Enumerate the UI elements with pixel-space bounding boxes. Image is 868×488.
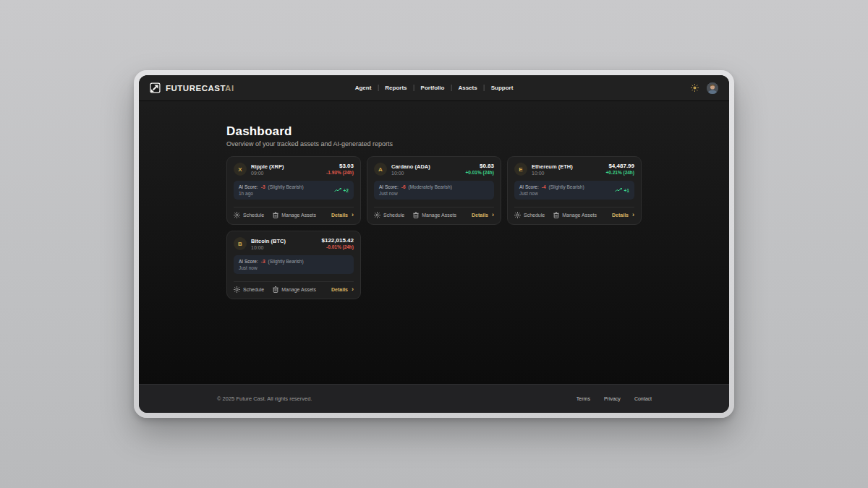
asset-card-ethereum: E Ethereum (ETH) 10:00 $4,487.99 +0.21% … — [507, 156, 642, 225]
nav-item-agent[interactable]: Agent — [355, 85, 372, 91]
ai-score-value: -3 — [261, 259, 265, 264]
manage-assets-button[interactable]: Manage Assets — [413, 212, 456, 218]
gear-icon — [234, 286, 240, 293]
chevron-right-icon: › — [492, 213, 494, 218]
ai-score-sentiment: (Slightly Bearish) — [268, 259, 304, 264]
page-footer: © 2025 Future Cast. All rights reserved.… — [139, 384, 729, 413]
footer-link-privacy[interactable]: Privacy — [604, 396, 621, 401]
asset-name: Ripple (XRP) — [251, 163, 284, 170]
asset-time: 10:00 — [391, 171, 430, 176]
asset-name: Cardano (ADA) — [391, 163, 430, 170]
asset-letter-avatar: A — [374, 163, 387, 176]
footer-links: Terms Privacy Contact — [576, 396, 652, 401]
chevron-right-icon: › — [352, 287, 354, 292]
ai-score-box: AI Score: -3 (Slightly Bearish) 1h ago +… — [234, 181, 354, 200]
ai-score-updated: Just now — [379, 191, 452, 196]
gear-icon — [374, 212, 380, 218]
user-avatar[interactable] — [707, 82, 718, 94]
asset-letter-avatar: X — [234, 163, 247, 176]
asset-card-bitcoin: B Bitcoin (BTC) 10:00 $122,015.42 -0.01%… — [226, 231, 361, 299]
trend-up-icon — [615, 188, 622, 192]
trash-icon — [553, 212, 559, 218]
app-screen: FUTURECASTAI Agent Reports Portfolio Ass… — [139, 75, 729, 413]
trend-up-badge: +1 — [615, 188, 629, 193]
asset-name: Ethereum (ETH) — [532, 163, 573, 170]
gear-icon — [234, 212, 240, 218]
details-button[interactable]: Details› — [331, 213, 354, 218]
ai-score-box: AI Score: -3 (Slightly Bearish) Just now — [234, 255, 354, 274]
asset-price: $0.83 — [480, 163, 494, 169]
chevron-right-icon: › — [632, 213, 634, 218]
ai-score-label: AI Score: — [379, 184, 399, 189]
ai-score-sentiment: (Moderately Bearish) — [409, 184, 452, 189]
trash-icon — [273, 286, 278, 293]
nav-item-assets[interactable]: Assets — [444, 85, 477, 91]
schedule-button[interactable]: Schedule — [234, 286, 264, 293]
ai-score-value: -6 — [401, 184, 406, 189]
ai-score-label: AI Score: — [519, 184, 539, 189]
nav-item-reports[interactable]: Reports — [371, 85, 407, 91]
top-navbar: FUTURECASTAI Agent Reports Portfolio Ass… — [139, 75, 729, 101]
ai-score-label: AI Score: — [239, 184, 258, 189]
ai-score-updated: 1h ago — [239, 191, 304, 196]
details-button[interactable]: Details› — [612, 213, 634, 218]
asset-price: $3.03 — [339, 163, 354, 169]
chevron-right-icon: › — [352, 213, 354, 218]
schedule-button[interactable]: Schedule — [514, 212, 545, 218]
ai-score-sentiment: (Slightly Bearish) — [268, 184, 304, 189]
copyright-text: © 2025 Future Cast. All rights reserved. — [217, 395, 312, 402]
schedule-button[interactable]: Schedule — [234, 212, 264, 218]
schedule-button[interactable]: Schedule — [374, 212, 404, 218]
ai-score-label: AI Score: — [239, 259, 258, 264]
asset-card-cardano: A Cardano (ADA) 10:00 $0.83 +0.01% (24h) — [367, 156, 501, 225]
footer-link-terms[interactable]: Terms — [576, 396, 590, 401]
ai-score-box: AI Score: -6 (Moderately Bearish) Just n… — [374, 181, 494, 200]
dashboard-content: Dashboard Overview of your tracked asset… — [139, 101, 729, 384]
brand: FUTURECASTAI — [150, 82, 234, 93]
ai-score-value: -3 — [261, 184, 265, 189]
theme-toggle-sun-icon[interactable] — [691, 84, 699, 92]
asset-name: Bitcoin (BTC) — [251, 238, 286, 244]
trend-up-badge: +2 — [334, 188, 349, 193]
asset-change: -1.93% (24h) — [326, 170, 354, 175]
asset-change: +0.21% (24h) — [605, 170, 634, 175]
asset-time: 09:00 — [251, 171, 284, 176]
asset-letter-avatar: E — [514, 163, 527, 176]
asset-price: $122,015.42 — [322, 237, 354, 244]
brand-logo-icon — [150, 82, 161, 93]
details-button[interactable]: Details› — [472, 213, 494, 218]
ai-score-box: AI Score: -4 (Slightly Bearish) Just now… — [514, 181, 634, 200]
manage-assets-button[interactable]: Manage Assets — [273, 212, 316, 218]
header-actions — [691, 82, 718, 94]
asset-card-grid: X Ripple (XRP) 09:00 $3.03 -1.93% (24h) — [226, 156, 729, 299]
asset-price: $4,487.99 — [608, 163, 634, 169]
asset-card-ripple: X Ripple (XRP) 09:00 $3.03 -1.93% (24h) — [226, 156, 361, 225]
manage-assets-button[interactable]: Manage Assets — [553, 212, 597, 218]
page-subtitle: Overview of your tracked assets and AI-g… — [226, 140, 729, 147]
brand-name: FUTURECASTAI — [166, 84, 234, 93]
details-button[interactable]: Details› — [331, 287, 354, 292]
asset-time: 10:00 — [532, 171, 573, 176]
app-window: FUTURECASTAI Agent Reports Portfolio Ass… — [134, 70, 734, 418]
footer-link-contact[interactable]: Contact — [634, 396, 652, 401]
nav-item-support[interactable]: Support — [477, 85, 514, 91]
asset-change: +0.01% (24h) — [465, 170, 494, 175]
page-title: Dashboard — [226, 124, 729, 139]
manage-assets-button[interactable]: Manage Assets — [273, 286, 316, 293]
trash-icon — [273, 212, 278, 218]
ai-score-sentiment: (Slightly Bearish) — [549, 184, 584, 189]
ai-score-value: -4 — [542, 184, 546, 189]
asset-change: -0.01% (24h) — [326, 244, 354, 249]
ai-score-updated: Just now — [519, 191, 584, 196]
nav-item-portfolio[interactable]: Portfolio — [407, 85, 445, 91]
asset-time: 10:00 — [251, 245, 286, 250]
gear-icon — [514, 212, 521, 218]
asset-letter-avatar: B — [234, 237, 247, 250]
trash-icon — [413, 212, 419, 218]
main-nav: Agent Reports Portfolio Assets Support — [355, 75, 514, 100]
trend-up-icon — [334, 188, 341, 192]
ai-score-updated: Just now — [239, 265, 304, 270]
